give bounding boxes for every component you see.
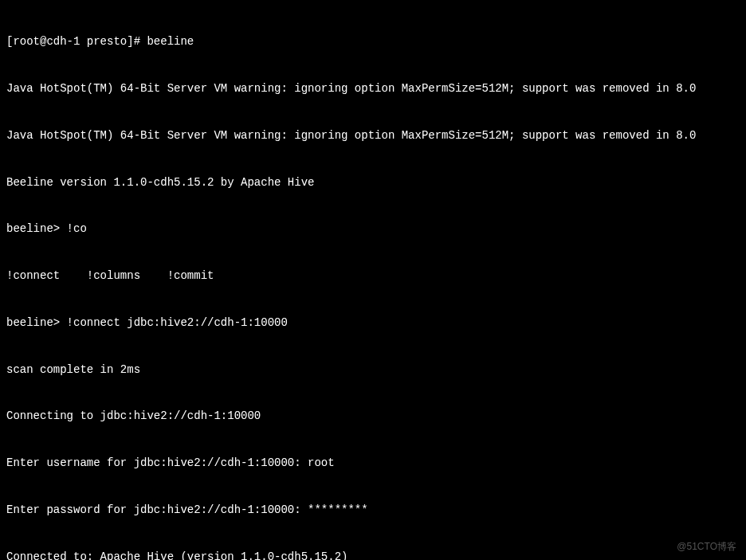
terminal-line: Beeline version 1.1.0-cdh5.15.2 by Apach… [6,175,740,191]
terminal-line: beeline> !co [6,221,740,237]
terminal-line: Java HotSpot(TM) 64-Bit Server VM warnin… [6,81,740,97]
terminal-line: Java HotSpot(TM) 64-Bit Server VM warnin… [6,128,740,144]
terminal-line: !connect !columns !commit [6,268,740,284]
terminal-output[interactable]: [root@cdh-1 presto]# beeline Java HotSpo… [6,3,740,560]
terminal-line: Connected to: Apache Hive (version 1.1.0… [6,550,740,560]
terminal-line: Enter password for jdbc:hive2://cdh-1:10… [6,503,740,519]
terminal-line: Connecting to jdbc:hive2://cdh-1:10000 [6,409,740,425]
terminal-line: Enter username for jdbc:hive2://cdh-1:10… [6,456,740,472]
watermark: @51CTO博客 [677,540,736,554]
terminal-line: beeline> !connect jdbc:hive2://cdh-1:100… [6,315,740,331]
terminal-line: scan complete in 2ms [6,362,740,378]
terminal-line: [root@cdh-1 presto]# beeline [6,34,740,50]
